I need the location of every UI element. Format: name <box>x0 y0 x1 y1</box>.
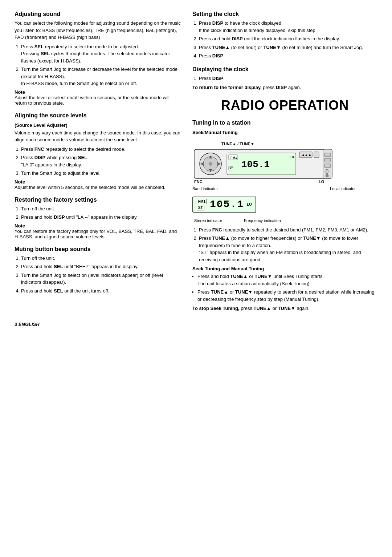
list-item: Turn the Smart Jog to adjust the level. <box>21 170 181 177</box>
local-indicator-label: Local indicator <box>330 186 356 191</box>
svg-point-3 <box>209 162 212 166</box>
list-item: Turn the Smart Jog to increase or decrea… <box>21 66 181 87</box>
svg-rect-20 <box>324 158 331 162</box>
language-label: ENGLISH <box>19 322 40 327</box>
list-item: Press and hold SEL until the unit turns … <box>21 287 181 295</box>
note-text: Adjust the level within 5 seconds, or th… <box>15 185 166 190</box>
band-indicator-label: Band indicator <box>192 186 218 191</box>
aligning-heading: Aligning the source levels <box>15 112 181 119</box>
list-item: Turn off the unit. <box>21 255 181 262</box>
stop-seek: To stop Seek Tuning, press TUNE▲ or TUNE… <box>192 305 377 312</box>
tuning-sub-heading: Seek/Manual Tuning <box>192 130 377 135</box>
note-text: Adjust the level or select on/off within… <box>15 95 170 106</box>
seek-bullets: Press and hold TUNE▲ or TUNE▼ until Seek… <box>197 273 377 303</box>
list-item: Press and hold DISP until the clock indi… <box>199 35 377 43</box>
list-item: Turn the Smart Jog to select on (level i… <box>21 272 181 286</box>
tuning-heading: Tuning in to a station <box>192 120 377 126</box>
note-label: Note <box>15 89 25 95</box>
right-column: Setting the clock Press DISP to have the… <box>192 11 377 314</box>
svg-rect-21 <box>324 164 331 167</box>
aligning-intro: Volume may vary each time you change the… <box>15 129 181 144</box>
seek-tuning-label: Seek Tuning and Manual Tuning <box>192 266 377 271</box>
radio-device-diagram: TUNE▲ / TUNE▼ <box>192 142 377 223</box>
aligning-steps: Press FNC repeatedly to select the desir… <box>21 146 181 177</box>
adjusting-sound-heading: Adjusting sound <box>15 11 181 17</box>
adjusting-sound-steps: Press SEL repeatedly to select the mode … <box>21 43 181 87</box>
svg-text:FNC: FNC <box>194 179 203 184</box>
list-item: Press FNC repeatedly to select the desir… <box>21 146 181 153</box>
list-item: Press and hold DISP until "LA --" appear… <box>21 214 181 221</box>
aligning-sub-heading: (Source Level Adjuster) <box>15 122 181 128</box>
svg-text:ST: ST <box>229 167 233 170</box>
list-item: Press DISP to have the clock displayed. … <box>199 20 377 34</box>
note-text: You can restore the factory settings onl… <box>15 229 177 239</box>
svg-point-22 <box>325 169 329 174</box>
content-area: Adjusting sound You can select the follo… <box>15 11 377 314</box>
radio-device-svg: FM1 105.1 ST LO ◄◄ ► <box>192 148 363 184</box>
list-item: Press SEL repeatedly to select the mode … <box>21 43 181 65</box>
left-column: Adjusting sound You can select the follo… <box>15 11 181 314</box>
note-label: Note <box>15 179 25 185</box>
list-item: Press DISP. <box>199 52 377 60</box>
list-item: Press TUNE▲ (to move to higher frequenci… <box>199 235 377 263</box>
note-label: Note <box>15 223 25 229</box>
list-item: Press and hold TUNE▲ or TUNE▼ until Seek… <box>197 273 377 287</box>
radio-operation-title: RADIO OPERATION <box>192 98 377 113</box>
svg-text:105.1: 105.1 <box>241 159 270 170</box>
page: Adjusting sound You can select the follo… <box>15 11 377 327</box>
aligning-note: Note Adjust the level within 5 seconds, … <box>15 179 181 190</box>
list-item: Turn off the unit. <box>21 205 181 213</box>
svg-rect-17 <box>314 152 319 158</box>
svg-text:LO: LO <box>290 155 294 159</box>
svg-text:LO: LO <box>319 179 324 184</box>
stereo-label: Stereo indicator <box>194 218 222 223</box>
list-item: Press FNC repeatedly to select the desir… <box>199 226 377 234</box>
svg-point-23 <box>326 174 328 177</box>
svg-text:FM1: FM1 <box>230 156 237 160</box>
page-number: 3 <box>15 322 17 327</box>
restoring-heading: Restoring the factory settings <box>15 197 181 203</box>
footer: 3 ENGLISH <box>15 322 377 327</box>
freq-label: Frequency indication <box>244 218 281 223</box>
muting-steps: Turn off the unit. Press and hold SEL un… <box>21 255 181 295</box>
list-item: Press TUNE▲ (to set hour) or TUNE▼ (to s… <box>199 44 377 51</box>
displaying-clock-note: To return to the former display, press D… <box>192 84 377 91</box>
displaying-clock-steps: Press DISP. <box>199 75 377 82</box>
adjusting-sound-note: Note Adjust the level or select on/off w… <box>15 89 181 106</box>
radio-display: FM1 ST 105.1 LO <box>192 197 256 213</box>
list-item: Press and hold SEL until "BEEP" appears … <box>21 263 181 270</box>
display-labels: Stereo indicator Frequency indication <box>194 218 377 223</box>
restoring-steps: Turn off the unit. Press and hold DISP u… <box>21 205 181 221</box>
tuning-steps: Press FNC repeatedly to select the desir… <box>199 226 377 263</box>
restoring-note: Note You can restore the factory setting… <box>15 223 181 239</box>
list-item: Press TUNE▲ or TUNE▼ repeatedly to searc… <box>197 288 377 303</box>
diagram-labels: Band indicator Local indicator <box>192 186 377 191</box>
svg-rect-19 <box>324 153 331 157</box>
setting-clock-steps: Press DISP to have the clock displayed. … <box>199 20 377 60</box>
list-item: Press DISP. <box>199 75 377 82</box>
svg-text:◄◄ ►: ◄◄ ► <box>301 153 312 157</box>
frequency-display: 105.1 <box>210 199 244 210</box>
muting-heading: Muting button beep sounds <box>15 246 181 253</box>
tune-label: TUNE▲ / TUNE▼ <box>221 142 377 146</box>
list-item: Press DISP while pressing SEL."LA 0" app… <box>21 154 181 168</box>
setting-clock-heading: Setting the clock <box>192 11 377 17</box>
fm1-badge: FM1 <box>197 199 207 204</box>
adjusting-sound-intro: You can select the following modes for a… <box>15 20 181 41</box>
lo-badge: LO <box>247 202 252 206</box>
st-badge: ST <box>197 205 204 210</box>
displaying-clock-heading: Displaying the clock <box>192 66 377 73</box>
